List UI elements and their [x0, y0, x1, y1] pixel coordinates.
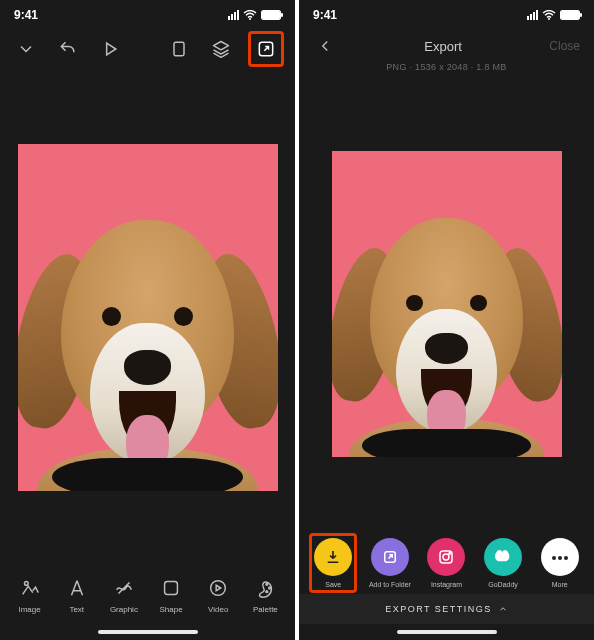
- export-button-highlight: [248, 31, 284, 67]
- back-button[interactable]: [313, 34, 337, 58]
- svg-point-3: [24, 582, 28, 586]
- download-icon: [314, 538, 352, 576]
- editor-top-toolbar: [0, 24, 295, 74]
- canvas[interactable]: [18, 144, 278, 491]
- image-tool[interactable]: Image: [8, 577, 52, 614]
- text-tool-label: Text: [69, 605, 84, 614]
- shape-tool[interactable]: Shape: [149, 577, 193, 614]
- instagram-action[interactable]: Instagram: [419, 538, 473, 588]
- graphic-tool[interactable]: Graphic: [102, 577, 146, 614]
- collapse-button[interactable]: [14, 37, 38, 61]
- wifi-icon: [243, 10, 257, 20]
- status-bar: 9:41: [0, 0, 295, 24]
- close-button[interactable]: Close: [549, 39, 580, 53]
- svg-rect-4: [165, 582, 178, 595]
- export-preview-area: [299, 80, 594, 528]
- home-indicator[interactable]: [98, 630, 198, 634]
- more-action[interactable]: More: [533, 538, 587, 588]
- export-settings-label: EXPORT SETTINGS: [385, 604, 492, 614]
- status-time: 9:41: [14, 8, 74, 22]
- svg-point-8: [266, 591, 268, 593]
- editor-bottom-toolbar: Image Text Graphic Shape Video Palette: [0, 561, 295, 624]
- export-meta: PNG · 1536 x 2048 · 1.8 MB: [299, 62, 594, 80]
- canvas-image: [28, 220, 267, 490]
- svg-point-6: [266, 583, 268, 585]
- svg-point-9: [548, 18, 550, 20]
- pages-button[interactable]: [167, 37, 191, 61]
- instagram-action-label: Instagram: [431, 581, 462, 588]
- export-header: Export Close: [299, 24, 594, 62]
- export-actions: Save Add to Folder Instagram GoDaddy: [299, 528, 594, 594]
- cellular-signal-icon: [228, 10, 239, 20]
- play-button[interactable]: [98, 37, 122, 61]
- chevron-up-icon: [498, 604, 508, 614]
- folder-action-label: Add to Folder: [369, 581, 411, 588]
- export-screen: 9:41 Export Close PNG · 1536 x 2048 · 1.…: [299, 0, 594, 640]
- graphic-tool-label: Graphic: [110, 605, 138, 614]
- cellular-signal-icon: [527, 10, 538, 20]
- share-out-icon: [371, 538, 409, 576]
- image-tool-label: Image: [18, 605, 40, 614]
- status-bar: 9:41: [299, 0, 594, 24]
- editor-canvas-area[interactable]: [0, 74, 295, 561]
- godaddy-icon: [484, 538, 522, 576]
- export-button[interactable]: [254, 37, 278, 61]
- svg-point-0: [249, 18, 251, 20]
- svg-point-12: [443, 554, 449, 560]
- text-tool[interactable]: Text: [55, 577, 99, 614]
- home-indicator[interactable]: [397, 630, 497, 634]
- palette-tool[interactable]: Palette: [243, 577, 287, 614]
- video-tool-label: Video: [208, 605, 228, 614]
- godaddy-action[interactable]: GoDaddy: [476, 538, 530, 588]
- svg-point-13: [449, 553, 451, 555]
- wifi-icon: [542, 10, 556, 20]
- video-tool[interactable]: Video: [196, 577, 240, 614]
- svg-rect-1: [174, 42, 184, 55]
- shape-tool-label: Shape: [159, 605, 182, 614]
- preview-image: [341, 218, 553, 457]
- battery-icon: [560, 10, 580, 20]
- godaddy-action-label: GoDaddy: [488, 581, 518, 588]
- more-action-label: More: [552, 581, 568, 588]
- status-time: 9:41: [313, 8, 373, 22]
- more-icon: [541, 538, 579, 576]
- svg-point-5: [211, 581, 226, 596]
- undo-button[interactable]: [56, 37, 80, 61]
- export-settings-button[interactable]: EXPORT SETTINGS: [299, 594, 594, 624]
- svg-point-7: [269, 587, 271, 589]
- instagram-icon: [427, 538, 465, 576]
- battery-icon: [261, 10, 281, 20]
- export-preview: [332, 151, 562, 458]
- editor-screen: 9:41: [0, 0, 295, 640]
- export-title: Export: [337, 39, 549, 54]
- layers-button[interactable]: [209, 37, 233, 61]
- status-indicators: [527, 10, 580, 20]
- status-indicators: [228, 10, 281, 20]
- palette-tool-label: Palette: [253, 605, 278, 614]
- add-to-folder-action[interactable]: Add to Folder: [363, 538, 417, 588]
- save-action-label: Save: [325, 581, 341, 588]
- save-action[interactable]: Save: [306, 538, 360, 588]
